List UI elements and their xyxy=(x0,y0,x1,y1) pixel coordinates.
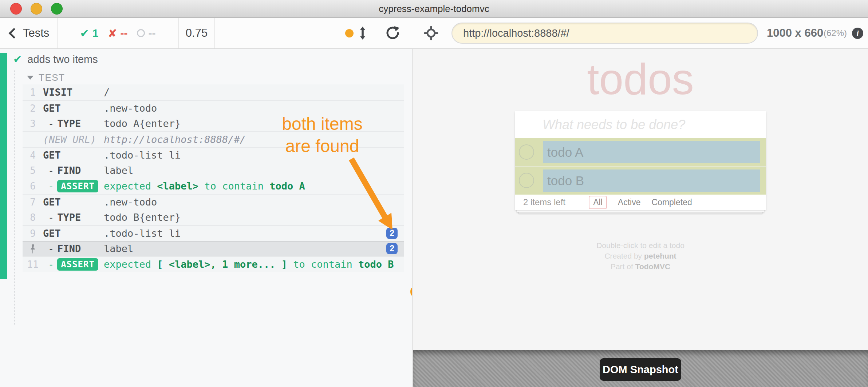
command-line-number: 7 xyxy=(23,197,43,208)
todo-label[interactable]: todo A xyxy=(543,141,760,163)
pin-icon-cell xyxy=(23,243,43,254)
failed-stat: ✘ -- xyxy=(108,27,127,40)
viewport-info-icon[interactable]: i xyxy=(852,28,863,39)
titlebar: cypress-example-todomvc xyxy=(0,0,868,18)
todo-list: todo Atodo B xyxy=(515,138,766,195)
app-info-line: Part of TodoMVC xyxy=(515,261,766,272)
test-header[interactable]: ✔ adds two items xyxy=(13,53,98,65)
section-label: TEST xyxy=(39,72,65,83)
todo-toggle-circle[interactable] xyxy=(519,144,534,160)
command-row[interactable]: 5-FINDlabel xyxy=(23,163,404,178)
back-to-tests-button[interactable]: Tests xyxy=(10,18,49,48)
todo-count: 2 items left xyxy=(523,195,565,210)
command-name: GET xyxy=(43,196,61,208)
chevron-down-icon xyxy=(27,76,33,80)
command-method: -TYPE xyxy=(43,212,104,223)
command-name: TYPE xyxy=(57,118,81,129)
reporter-panel: ✔ adds two items TEST 1VISIT/2GET.new-to… xyxy=(0,49,412,387)
viewport-zoom: (62%) xyxy=(824,18,847,48)
todo-app-card: What needs to be done? todo Atodo B AllA… xyxy=(515,111,766,210)
filter-completed[interactable]: Completed xyxy=(651,198,692,207)
refresh-icon[interactable] xyxy=(385,26,400,40)
command-name: GET xyxy=(43,149,61,161)
url-input[interactable]: http://localhost:8888/#/ xyxy=(451,23,758,44)
command-row[interactable]: 1VISIT/ xyxy=(23,84,404,100)
command-line-number: 5 xyxy=(23,165,43,176)
command-name: FIND xyxy=(57,243,81,254)
command-name: GET xyxy=(43,103,61,114)
command-line-number: 11 xyxy=(23,259,43,270)
todo-label[interactable]: todo B xyxy=(543,169,760,192)
command-method: -ASSERT xyxy=(43,180,104,192)
command-method: GET xyxy=(43,149,104,161)
test-stats: ✔ 1 ✘ -- -- xyxy=(57,18,178,48)
pin-icon xyxy=(29,244,36,254)
back-label: Tests xyxy=(23,27,49,40)
command-line-number: 1 xyxy=(23,87,43,98)
command-method: (NEW URL) xyxy=(43,134,104,145)
test-title: adds two items xyxy=(27,53,98,65)
chevron-left-icon xyxy=(9,28,20,39)
app-info-line: Created by petehunt xyxy=(515,251,766,261)
command-message: label xyxy=(104,243,386,254)
command-method: GET xyxy=(43,103,104,114)
check-icon: ✔ xyxy=(80,27,89,40)
failed-count: -- xyxy=(121,27,128,39)
new-todo-input[interactable]: What needs to be done? xyxy=(515,111,766,138)
pending-count: -- xyxy=(148,27,155,39)
todomvc-app-title: todos xyxy=(515,54,766,104)
assert-badge: ASSERT xyxy=(57,258,98,271)
command-row[interactable]: 9GET.todo-list li2 xyxy=(23,225,404,241)
command-count-badge: 2 xyxy=(386,243,398,254)
command-line-number: 4 xyxy=(23,150,43,161)
command-message: / xyxy=(104,87,404,98)
filter-active[interactable]: Active xyxy=(618,198,641,207)
pending-stat: -- xyxy=(137,27,155,39)
command-method: -FIND xyxy=(43,165,104,176)
command-name: FIND xyxy=(57,165,81,176)
command-method: GET xyxy=(43,196,104,208)
pending-circle-icon xyxy=(137,29,145,37)
command-method: -ASSERT xyxy=(43,258,104,271)
window-title: cypress-example-todomvc xyxy=(0,0,868,17)
snapshot-region: DOM Snapshot xyxy=(413,350,868,387)
todo-footer: AllActiveCompleted 2 items left xyxy=(515,195,766,210)
command-message: todo B{enter} xyxy=(104,212,404,223)
command-row[interactable]: 8-TYPEtodo B{enter} xyxy=(23,210,404,225)
command-row[interactable]: -FINDlabel2 xyxy=(23,241,404,256)
test-passed-bar xyxy=(0,53,7,279)
command-row[interactable]: 11-ASSERTexpected [ <label>, 1 more... ]… xyxy=(23,256,404,272)
cypress-runner-window: cypress-example-todomvc Tests ✔ 1 ✘ -- -… xyxy=(0,0,868,387)
command-line-number: 2 xyxy=(23,103,43,114)
auto-scroll-toggle[interactable] xyxy=(345,18,366,48)
dom-snapshot-badge: DOM Snapshot xyxy=(600,358,681,381)
passed-stat: ✔ 1 xyxy=(80,27,99,40)
viewport-size: 1000 x 660 xyxy=(767,18,823,48)
todo-toggle-circle[interactable] xyxy=(519,173,534,188)
command-method: GET xyxy=(43,228,104,239)
command-method: -FIND xyxy=(43,243,104,254)
todo-item: todo A xyxy=(515,138,766,166)
command-row[interactable]: 6-ASSERTexpected <label> to contain todo… xyxy=(23,178,404,194)
command-name: VISIT xyxy=(43,87,72,98)
command-message: .todo-list li xyxy=(104,228,386,239)
command-row[interactable]: 7GET.new-todo xyxy=(23,194,404,210)
command-method: VISIT xyxy=(43,87,104,98)
command-line-number: 6 xyxy=(23,181,43,192)
test-section-toggle[interactable]: TEST xyxy=(27,72,65,83)
toolbar: Tests ✔ 1 ✘ -- -- 0.75 xyxy=(0,18,868,49)
command-count-badge: 2 xyxy=(386,228,398,239)
child-command-dash: - xyxy=(48,165,54,176)
command-line-number: 9 xyxy=(23,228,43,239)
annotation-line: are found xyxy=(268,135,377,157)
command-message: .new-todo xyxy=(104,196,404,208)
filter-all[interactable]: All xyxy=(589,196,607,209)
command-name: TYPE xyxy=(57,212,81,223)
selector-playground-icon[interactable] xyxy=(424,26,438,40)
command-message: expected [ <label>, 1 more... ] to conta… xyxy=(104,259,404,270)
child-command-dash: - xyxy=(48,180,54,192)
auto-scroll-dot-icon xyxy=(345,29,354,37)
aut-panel: todos What needs to be done? todo Atodo … xyxy=(412,49,868,387)
command-line-number: 3 xyxy=(23,118,43,129)
test-duration: 0.75 xyxy=(179,18,214,48)
